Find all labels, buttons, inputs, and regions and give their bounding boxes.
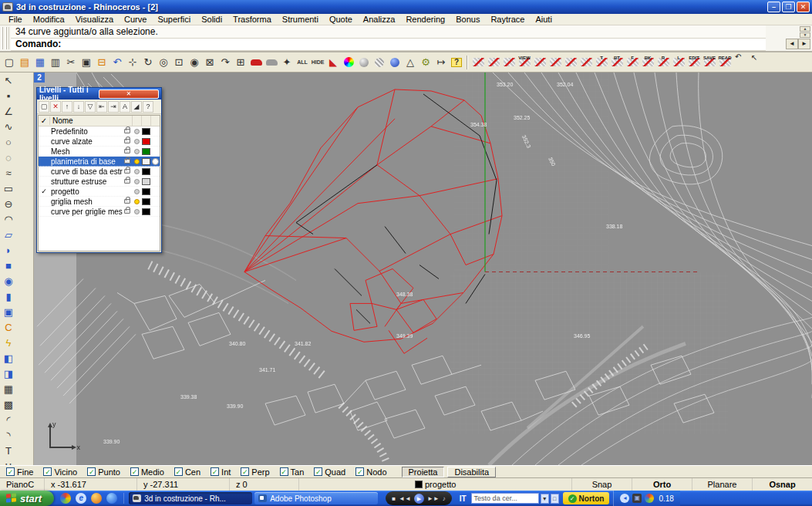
zoom-extents-icon[interactable]: ⊠: [202, 55, 217, 70]
minimize-button[interactable]: –: [767, 2, 780, 12]
search-button[interactable]: □: [551, 494, 559, 504]
undo-view-icon[interactable]: ↷: [217, 55, 233, 70]
layer-color-swatch[interactable]: [142, 208, 150, 215]
quick-launch-icon[interactable]: [60, 493, 71, 504]
lock-icon[interactable]: [124, 199, 130, 204]
menu-item[interactable]: Rendering: [400, 14, 450, 25]
settings-gear-icon[interactable]: ⚙: [418, 55, 433, 70]
expand-icon[interactable]: ⇥: [108, 101, 119, 113]
blend-icon[interactable]: ◝: [0, 427, 17, 443]
open-file-icon[interactable]: ▤: [17, 55, 32, 70]
layer-name[interactable]: griglia mesh: [49, 197, 123, 206]
bulb-icon[interactable]: [134, 159, 140, 164]
circle-deform-icon[interactable]: ◌: [0, 150, 17, 165]
menu-item[interactable]: Bonus: [450, 14, 485, 25]
menu-item[interactable]: Visualizza: [70, 14, 119, 25]
named-view-icon[interactable]: [501, 55, 517, 70]
named-view-icon[interactable]: [563, 55, 578, 70]
lock-icon[interactable]: [124, 139, 130, 143]
checkbox-check-icon[interactable]: ✓: [87, 467, 96, 476]
ghosted-view-icon[interactable]: [372, 55, 387, 70]
layer-row[interactable]: ✓ curve alzate: [39, 137, 160, 147]
norton-badge[interactable]: ✓ Norton: [563, 492, 610, 504]
history-scroll-up-button[interactable]: ▲: [800, 26, 810, 32]
layer-row[interactable]: ✓ Mesh: [39, 147, 160, 157]
named-view-view-icon[interactable]: VIEW: [517, 55, 532, 70]
print-icon[interactable]: ▥: [48, 55, 63, 70]
layer-color-swatch[interactable]: [142, 128, 150, 135]
checkbox-check-icon[interactable]: ✓: [130, 467, 139, 476]
bulb-icon[interactable]: [134, 179, 140, 184]
osnap-checkbox[interactable]: ✓ Vicino: [43, 467, 77, 477]
help-icon[interactable]: ?: [449, 55, 464, 70]
checkbox-check-icon[interactable]: ✓: [6, 467, 15, 476]
box-icon[interactable]: ■: [0, 258, 17, 273]
bulb-icon[interactable]: [134, 209, 140, 214]
layer-name[interactable]: curve di base da estru...: [49, 167, 123, 176]
media-player-band[interactable]: ■ ◄◄ ▶ ►► ♪: [386, 491, 452, 505]
edit-cage-icon[interactable]: ▩: [0, 396, 17, 412]
view-undo-icon[interactable]: [733, 55, 748, 70]
osnap-mode-button[interactable]: Proietta: [402, 467, 445, 477]
layers-close-icon[interactable]: ✕: [99, 89, 160, 99]
shaded-view-icon[interactable]: [356, 55, 372, 70]
checkbox-check-icon[interactable]: ✓: [241, 467, 249, 476]
osnap-checkbox[interactable]: ✓ Perp: [241, 467, 269, 477]
volume-icon[interactable]: ♪: [443, 495, 446, 502]
viewport-layout-icon[interactable]: ⊞: [233, 55, 248, 70]
bulb-icon[interactable]: [134, 189, 140, 194]
previous-icon[interactable]: ◄◄: [399, 495, 411, 502]
osnap-checkbox[interactable]: ✓ Punto: [87, 467, 120, 477]
restore-button[interactable]: ❐: [782, 2, 795, 12]
select-objects-icon[interactable]: A: [120, 101, 130, 113]
named-view-edit-icon[interactable]: EDIT: [686, 55, 702, 70]
bulb-icon[interactable]: [134, 149, 140, 154]
lock-icon[interactable]: [124, 169, 130, 174]
osnap-checkbox[interactable]: ✓ Quad: [314, 467, 345, 477]
command-grip[interactable]: [2, 27, 9, 49]
collapse-icon[interactable]: ⇤: [96, 101, 107, 113]
point-grid-icon[interactable]: ∷: [0, 458, 17, 465]
osnap-checkbox[interactable]: ✓ Fine: [6, 467, 33, 477]
layer-row[interactable]: ✓ curve di base da estru...: [39, 167, 160, 177]
checkbox-check-icon[interactable]: ✓: [280, 467, 288, 476]
hide-objects-icon[interactable]: HIDE: [310, 55, 325, 70]
named-view-front-icon[interactable]: F: [625, 55, 640, 70]
hide-icons-chevron-icon[interactable]: ◂: [620, 494, 629, 503]
zoom-dynamic-icon[interactable]: ◎: [156, 55, 171, 70]
checkbox-check-icon[interactable]: ✓: [211, 467, 219, 476]
menu-item[interactable]: Superfici: [152, 14, 196, 25]
named-view-back-icon[interactable]: BK: [640, 55, 655, 70]
filter-layers-icon[interactable]: ▽: [85, 101, 96, 113]
osnap-checkbox[interactable]: ✓ Tan: [280, 467, 305, 477]
named-view-top-icon[interactable]: T: [594, 55, 609, 70]
osnap-checkbox[interactable]: ✓ Medio: [130, 467, 164, 477]
layer-color-swatch[interactable]: [142, 168, 150, 175]
layers-header[interactable]: ✓ Nome: [39, 116, 160, 126]
messenger-icon[interactable]: [106, 493, 117, 504]
command-prompt[interactable]: Comando:: [11, 39, 766, 52]
named-view-right-icon[interactable]: R: [655, 55, 671, 70]
circle-icon[interactable]: ○: [0, 134, 17, 150]
layer-name[interactable]: curve alzate: [49, 137, 123, 146]
layer-row[interactable]: ✓ curve per griglie mesh: [39, 207, 160, 217]
layer-name[interactable]: Predefinito: [49, 127, 123, 136]
play-icon[interactable]: ▶: [414, 494, 424, 504]
select-all-icon[interactable]: ALL: [295, 55, 310, 70]
menu-item[interactable]: Strumenti: [277, 14, 324, 25]
point-icon[interactable]: ▪: [0, 88, 17, 103]
options-icon[interactable]: ✦: [279, 55, 295, 70]
color-wheel-icon[interactable]: [341, 55, 356, 70]
spotlight-icon[interactable]: △: [403, 55, 418, 70]
history-scroll-down-button[interactable]: ▼: [800, 32, 810, 38]
bulb-icon[interactable]: [134, 169, 140, 174]
cut-icon[interactable]: ✂: [63, 55, 79, 70]
layer-row[interactable]: ✓ griglia mesh: [39, 197, 160, 207]
named-view-save-icon[interactable]: SAVE: [702, 55, 717, 70]
header-name-label[interactable]: Nome: [49, 116, 132, 125]
menu-item[interactable]: Quote: [324, 14, 358, 25]
undo-icon[interactable]: ↶: [110, 55, 125, 70]
osnap-checkbox[interactable]: ✓ Nodo: [355, 467, 386, 477]
menu-item[interactable]: Aiuti: [530, 14, 557, 25]
layer-name[interactable]: strutture estruse: [49, 177, 123, 186]
